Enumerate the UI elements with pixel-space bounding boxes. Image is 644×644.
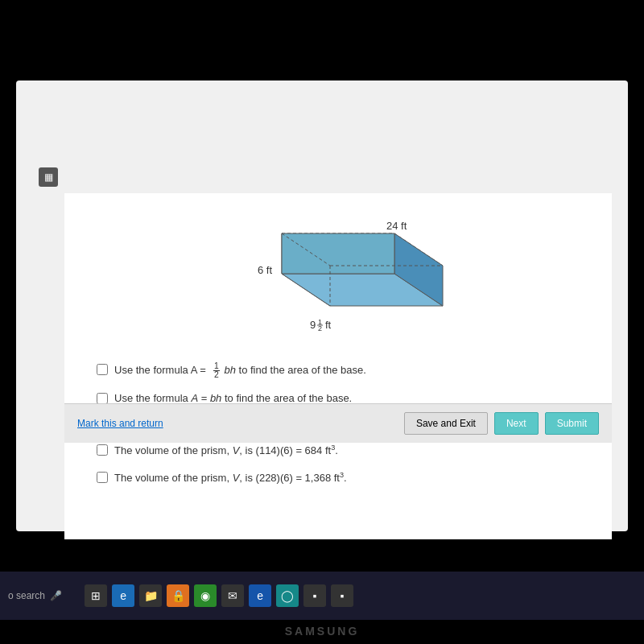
taskbar-ie-icon[interactable]: e	[112, 584, 134, 607]
option-1: Use the formula A = 1 2 bh to find the a…	[97, 362, 580, 380]
samsung-logo: SAMSUNG	[285, 625, 360, 638]
mark-return-link[interactable]: Mark this and return	[77, 418, 163, 429]
content-area: 24 ft 6 ft 9 1 2 ft Use the formula A = …	[64, 193, 612, 539]
svg-text:ft: ft	[325, 319, 332, 331]
taskbar-icons: ⊞ e 📁 🔒 ◉ ✉ e ◯ ▪ ▪	[85, 584, 353, 607]
checkbox-2[interactable]	[97, 393, 108, 404]
taskbar-lock-icon[interactable]: 🔒	[167, 584, 189, 607]
option-5: The volume of the prism, V, is (228)(6) …	[97, 470, 580, 486]
taskbar-window-icon[interactable]: ⊞	[85, 584, 107, 607]
next-button[interactable]: Next	[494, 412, 539, 435]
search-text: o search	[8, 590, 45, 601]
taskbar-app3-icon[interactable]: ▪	[331, 584, 353, 607]
footer-bar: Mark this and return Save and Exit Next …	[64, 403, 612, 443]
taskbar-folder-icon[interactable]: 📁	[139, 584, 162, 607]
checkbox-1[interactable]	[97, 364, 108, 375]
svg-marker-4	[282, 233, 394, 274]
option-1-text: Use the formula A = 1 2 bh to find the a…	[114, 362, 366, 380]
footer-buttons: Save and Exit Next Submit	[404, 412, 599, 435]
taskbar-app2-icon[interactable]: ▪	[303, 584, 326, 607]
taskbar: o search 🎤 ⊞ e 📁 🔒 ◉ ✉ e ◯ ▪ ▪	[0, 572, 644, 620]
svg-text:24 ft: 24 ft	[386, 220, 407, 232]
calculator-icon[interactable]: ▦	[39, 167, 58, 187]
svg-text:9: 9	[310, 319, 316, 331]
fraction-half: 1 2	[213, 362, 220, 380]
option-5-text: The volume of the prism, V, is (228)(6) …	[114, 470, 347, 486]
microphone-icon[interactable]: 🎤	[50, 590, 62, 601]
taskbar-edge-icon[interactable]: e	[249, 584, 271, 607]
taskbar-app1-icon[interactable]: ◯	[276, 584, 299, 607]
option-4: The volume of the prism, V, is (114)(6) …	[97, 443, 580, 459]
prism-diagram: 24 ft 6 ft 9 1 2 ft	[217, 209, 459, 338]
svg-text:2: 2	[318, 324, 322, 332]
svg-text:6 ft: 6 ft	[258, 264, 272, 276]
submit-button[interactable]: Submit	[545, 412, 599, 435]
save-exit-button[interactable]: Save and Exit	[404, 412, 488, 435]
taskbar-chrome-icon[interactable]: ◉	[194, 584, 217, 607]
option-4-text: The volume of the prism, V, is (114)(6) …	[114, 443, 338, 459]
checkbox-4[interactable]	[97, 444, 108, 456]
taskbar-mail-icon[interactable]: ✉	[221, 584, 244, 607]
screen: ▦ 24 ft	[16, 80, 628, 531]
taskbar-search: o search 🎤	[8, 590, 62, 601]
checkbox-5[interactable]	[97, 472, 108, 483]
